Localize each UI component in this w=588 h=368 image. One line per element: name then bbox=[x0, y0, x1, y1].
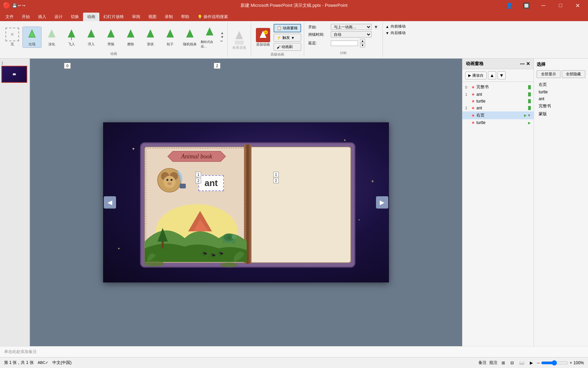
anim-appear[interactable]: 出现 bbox=[22, 27, 42, 48]
tab-start[interactable]: 开始 bbox=[18, 13, 34, 21]
tab-help[interactable]: 帮助 bbox=[177, 13, 193, 21]
svg-marker-12 bbox=[235, 31, 243, 39]
tab-slideshow[interactable]: 幻灯片放映 bbox=[99, 13, 128, 21]
anim-item-1-star: ★ bbox=[471, 92, 475, 97]
delay-input[interactable]: 00.00 bbox=[331, 41, 358, 46]
tab-record[interactable]: 录制 bbox=[161, 13, 177, 21]
anim-floatin-label: 浮入 bbox=[88, 42, 95, 47]
start-dropdown-arrow[interactable]: ▼ bbox=[374, 24, 378, 30]
scroll-up-icon[interactable]: ▲ bbox=[220, 31, 224, 35]
anim-flip[interactable]: 翻转式由远… bbox=[200, 25, 219, 49]
zoom-plus-btn[interactable]: + bbox=[570, 361, 572, 365]
anim-sort-up-btn[interactable]: ▲ bbox=[488, 71, 496, 79]
ribbon-toggle[interactable]: 🔲 bbox=[519, 0, 534, 11]
ant-badge-top-right: 1 bbox=[273, 172, 279, 177]
delay-down-btn[interactable]: ▼ bbox=[360, 43, 365, 47]
anim-floatin[interactable]: 浮入 bbox=[82, 27, 101, 47]
slideshow-btn[interactable]: ▶ bbox=[528, 360, 534, 366]
scroll-down-icon[interactable]: ▼ bbox=[220, 35, 224, 39]
anim-play-btn[interactable]: ▶ 播放自 bbox=[465, 72, 487, 79]
select-item-fullbook[interactable]: 完整书 bbox=[537, 102, 585, 110]
select-item-mask[interactable]: 蒙版 bbox=[537, 110, 585, 118]
anim-sort-down-btn[interactable]: ▼ bbox=[497, 71, 506, 79]
ribbon-tabs: 文件 开始 插入 设计 切换 动画 幻灯片放映 审阅 视图 录制 帮助 💡 操作… bbox=[0, 11, 588, 21]
anim-pane-header: 动画窗格 — ✕ bbox=[462, 59, 534, 69]
tab-animation[interactable]: 动画 bbox=[83, 13, 99, 21]
svg-marker-2 bbox=[48, 29, 55, 37]
notes-btn[interactable]: 备注 bbox=[478, 360, 487, 366]
anim-pane-toggle-btn[interactable]: 📋 动画窗格 bbox=[274, 24, 301, 32]
anim-shape[interactable]: 形状 bbox=[141, 27, 160, 47]
anim-item-2[interactable]: 2 ★ ant bbox=[462, 105, 534, 111]
delay-up-btn[interactable]: ▲ bbox=[360, 39, 365, 43]
start-dropdown[interactable]: 与上一动画… 在上一动画后 单击时 bbox=[331, 24, 372, 30]
anim-wipe-icon bbox=[124, 28, 137, 41]
svg-marker-3 bbox=[68, 29, 75, 37]
anim-brush-btn[interactable]: 🖌 动画刷 bbox=[274, 43, 301, 51]
notes-placeholder: 单击此处添加备注 bbox=[4, 349, 37, 355]
scroll-more-icon[interactable]: ━ bbox=[220, 40, 224, 43]
dropdown-arrow-rp[interactable]: ▼ bbox=[527, 113, 531, 117]
notes-bar[interactable]: 单击此处添加备注 bbox=[0, 346, 588, 357]
tab-transition[interactable]: 切换 bbox=[67, 13, 83, 21]
add-animation-btn[interactable]: + 添加动画 bbox=[254, 27, 272, 48]
zoom-minus-btn[interactable]: ─ bbox=[537, 361, 540, 365]
anim-wheel[interactable]: 轮子 bbox=[161, 27, 180, 47]
slide-thumbnail-1[interactable]: 📖 bbox=[1, 66, 27, 83]
anim-item-0[interactable]: 0 ★ 完整书 bbox=[462, 83, 534, 91]
tab-view[interactable]: 视图 bbox=[144, 13, 161, 21]
tab-design[interactable]: 设计 bbox=[50, 13, 67, 21]
anim-flyin[interactable]: 飞入 bbox=[62, 27, 81, 47]
maximize-button[interactable]: □ bbox=[553, 0, 568, 11]
anim-item-1-num: 1 bbox=[465, 92, 470, 96]
anim-item-1[interactable]: 1 ★ ant bbox=[462, 91, 534, 98]
ant-text-box[interactable]: ant bbox=[198, 175, 224, 191]
show-all-btn[interactable]: 全部显示 bbox=[537, 70, 560, 78]
anim-pane-close-btn[interactable]: ✕ bbox=[526, 61, 530, 66]
spell-check-icon[interactable]: ABC✓ bbox=[38, 361, 49, 365]
effects-group: 效果选项 bbox=[228, 22, 251, 57]
animation-scroll-arrows[interactable]: ▲ ▼ ━ bbox=[220, 31, 225, 44]
reorder-group: ▲ 向前移动 ▼ 向后移动 bbox=[383, 22, 408, 57]
select-item-rightpage[interactable]: 右页 bbox=[537, 81, 585, 89]
anim-pane-collapse-btn[interactable]: — bbox=[520, 61, 525, 66]
animation-icons-row: ✕ 无 出现 淡化 bbox=[3, 22, 225, 51]
move-forward-btn[interactable]: ▲ 向前移动 bbox=[386, 24, 406, 29]
anim-wheel-label: 轮子 bbox=[167, 42, 174, 47]
anim-split[interactable]: 劈裂 bbox=[101, 27, 120, 47]
anim-fade[interactable]: 淡化 bbox=[42, 27, 61, 47]
anim-item-turtle-2[interactable]: ★ turtle ▶ bbox=[462, 119, 534, 126]
zoom-slider[interactable] bbox=[541, 360, 568, 366]
anim-none[interactable]: ✕ 无 bbox=[3, 27, 22, 47]
anim-pane-icon: 📋 bbox=[277, 26, 282, 30]
trigger-btn[interactable]: ⚡ 触发 ▼ bbox=[274, 34, 301, 42]
svg-point-43 bbox=[211, 254, 213, 255]
slide-canvas[interactable]: ✦ ✦ ✦ ✦ ✦ ✦ bbox=[103, 122, 389, 282]
select-item-ant[interactable]: ant bbox=[537, 95, 585, 102]
slide-nav-right[interactable]: ▶ bbox=[376, 196, 388, 209]
slide-sorter-btn[interactable]: ⊟ bbox=[509, 360, 515, 366]
tab-insert[interactable]: 插入 bbox=[34, 13, 50, 21]
reading-view-btn[interactable]: 📖 bbox=[518, 360, 526, 366]
user-icon[interactable]: 👤 bbox=[502, 0, 517, 11]
animation-group: ✕ 无 出现 淡化 bbox=[0, 22, 228, 57]
move-backward-btn[interactable]: ▼ 向后移动 bbox=[386, 30, 406, 35]
tab-file[interactable]: 文件 bbox=[1, 13, 18, 21]
select-item-turtle[interactable]: turtle bbox=[537, 89, 585, 95]
anim-item-turtle-1-star: ★ bbox=[471, 99, 475, 104]
close-button[interactable]: ✕ bbox=[570, 0, 585, 11]
slide-nav-left[interactable]: ◀ bbox=[104, 196, 116, 209]
anim-item-turtle-1[interactable]: ★ turtle bbox=[462, 98, 534, 105]
anim-item-rightpage[interactable]: ★ 右页 ▶ ▼ bbox=[462, 111, 534, 119]
slide-number-label: 1 bbox=[1, 61, 28, 65]
normal-view-btn[interactable]: ⊞ bbox=[500, 360, 506, 366]
minimize-button[interactable]: ─ bbox=[536, 0, 551, 11]
anim-random[interactable]: 随机线条 bbox=[180, 27, 199, 47]
duration-dropdown[interactable]: 自动 0.5秒 1秒 2秒 bbox=[331, 31, 372, 37]
hide-all-btn[interactable]: 全部隐藏 bbox=[562, 70, 586, 78]
anim-wipe[interactable]: 擦除 bbox=[121, 27, 140, 47]
tab-review[interactable]: 审阅 bbox=[128, 13, 144, 21]
effects-options-btn[interactable]: 效果选项 bbox=[229, 28, 249, 51]
tab-search[interactable]: 💡 操作说明搜索 bbox=[193, 13, 232, 21]
comments-btn[interactable]: 批注 bbox=[489, 360, 497, 366]
